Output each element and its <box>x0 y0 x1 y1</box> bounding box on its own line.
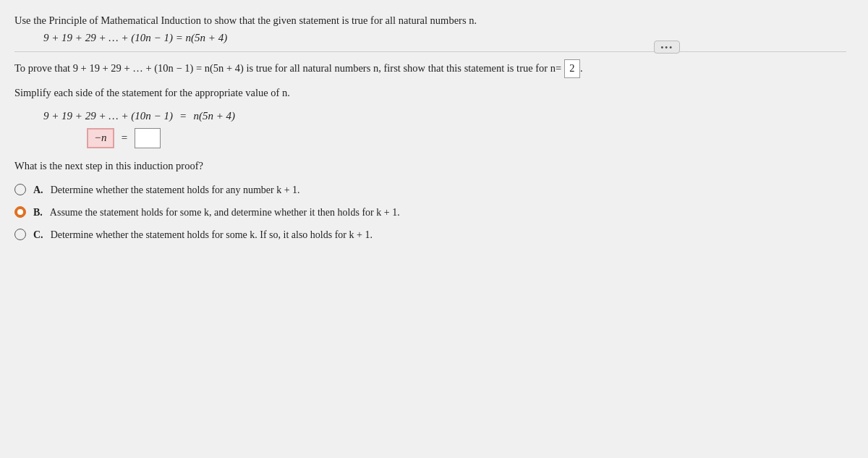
expand-icon: ••• <box>660 43 673 51</box>
equation-rhs: n(5n + 4) <box>193 110 235 122</box>
input-row: −n = <box>87 128 846 148</box>
option-b-text: Assume the statement holds for some k, a… <box>50 205 400 220</box>
option-row-b[interactable]: B. Assume the statement holds for some k… <box>14 205 846 220</box>
instruction-text: Use the Principle of Mathematical Induct… <box>14 13 846 27</box>
main-formula: 9 + 19 + 29 + … + (10n − 1) = n(5n + 4) <box>43 32 846 44</box>
prove-text: To prove that 9 + 19 + 29 + … + (10n − 1… <box>14 59 846 78</box>
option-row-c[interactable]: C. Determine whether the statement holds… <box>14 227 846 242</box>
input-equals: = <box>122 132 127 144</box>
equation-block: 9 + 19 + 29 + … + (10n − 1) = n(5n + 4) … <box>43 110 846 148</box>
option-c-label: C. <box>33 227 43 242</box>
equation-row: 9 + 19 + 29 + … + (10n − 1) = n(5n + 4) <box>43 110 846 122</box>
simplify-label: Simplify each side of the statement for … <box>14 87 290 98</box>
prove-text-label: To prove that 9 + 19 + 29 + … + (10n − 1… <box>14 62 561 74</box>
equation-lhs: 9 + 19 + 29 + … + (10n − 1) <box>43 110 173 122</box>
option-c-text: Determine whether the statement holds fo… <box>51 227 373 242</box>
next-step-question: What is the next step in this induction … <box>14 160 846 172</box>
option-row-a[interactable]: A. Determine whether the statement holds… <box>14 182 846 198</box>
simplify-text: Simplify each side of the statement for … <box>14 85 846 101</box>
radio-c[interactable] <box>14 229 26 240</box>
page-container: Use the Principle of Mathematical Induct… <box>0 0 868 458</box>
options-container: A. Determine whether the statement holds… <box>14 182 846 242</box>
equation-equals: = <box>180 110 186 122</box>
option-b-label: B. <box>33 205 43 220</box>
answer-input-box[interactable] <box>135 128 161 148</box>
instruction-label: Use the Principle of Mathematical Induct… <box>14 14 477 26</box>
n-value-box: 2 <box>564 59 580 78</box>
radio-a[interactable] <box>14 184 26 195</box>
divider <box>14 51 846 52</box>
radio-b-inner <box>17 209 23 215</box>
main-formula-text: 9 + 19 + 29 + … + (10n − 1) = n(5n + 4) <box>43 32 227 43</box>
option-a-label: A. <box>33 182 43 198</box>
radio-b[interactable] <box>14 206 26 218</box>
option-a-text: Determine whether the statement holds fo… <box>51 182 300 198</box>
next-step-label: What is the next step in this induction … <box>14 160 203 171</box>
n-input-box[interactable]: −n <box>87 128 114 148</box>
expand-button[interactable]: ••• <box>654 41 680 54</box>
